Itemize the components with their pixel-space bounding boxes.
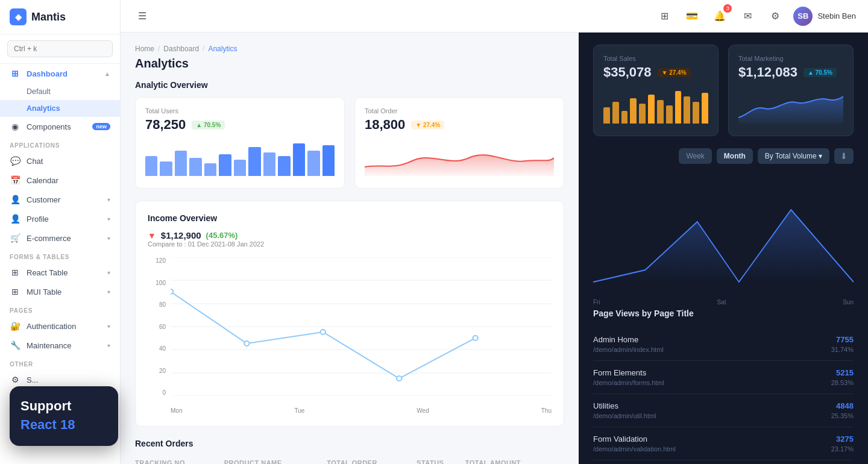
topbar-left: ☰ bbox=[133, 7, 647, 26]
components-label: Components bbox=[27, 122, 71, 131]
download-button[interactable]: ⬇ bbox=[834, 148, 854, 164]
pv-path-2: /demo/admin/forms.html bbox=[593, 379, 664, 386]
calendar-label: Calendar bbox=[27, 176, 58, 185]
profile-label: Profile bbox=[27, 215, 49, 224]
customer-label: Customer bbox=[27, 195, 60, 204]
page-view-item-3: Utilities 4848 /demo/admin/util.html 25.… bbox=[593, 394, 854, 427]
right-content-inner: Total Sales $35,078 ▼ 27.4% bbox=[593, 45, 854, 464]
sidebar-item-ecommerce[interactable]: 🛒 E-commerce ▾ bbox=[0, 228, 120, 248]
new-badge: new bbox=[92, 123, 110, 130]
total-users-card: Total Users 78,250 ▲ 70.5% bbox=[135, 97, 345, 189]
chevron-down-icon5: ▾ bbox=[107, 289, 110, 295]
sidebar-logo[interactable]: ◆ Mantis bbox=[0, 0, 120, 34]
section-label-other: Other bbox=[0, 355, 120, 370]
search-input[interactable] bbox=[7, 40, 113, 57]
breadcrumb-dashboard[interactable]: Dashboard bbox=[163, 45, 199, 53]
page-view-item-1: Admin Home 7755 /demo/admin/index.html 3… bbox=[593, 328, 854, 361]
sidebar-sub-analytics[interactable]: Analytics bbox=[0, 100, 120, 117]
chevron-down-icon2: ▾ bbox=[107, 216, 110, 222]
dark-line-chart: Fri Sat Sun bbox=[593, 174, 854, 294]
total-users-chart bbox=[145, 140, 335, 176]
svg-point-10 bbox=[397, 376, 401, 381]
income-info: ▼ $1,12,900 (45.67%) Compare to : 01 Dec… bbox=[148, 230, 264, 248]
react-table-icon: ⊞ bbox=[10, 268, 20, 277]
income-value: ▼ $1,12,900 (45.67%) bbox=[148, 230, 264, 240]
section-label-applications: Applications bbox=[0, 136, 120, 151]
breadcrumb-home[interactable]: Home bbox=[135, 45, 154, 53]
notification-button[interactable]: 🔔 bbox=[710, 7, 729, 26]
pv-title-3: Utilities bbox=[593, 401, 618, 410]
sidebar-item-chat[interactable]: 💬 Chat bbox=[0, 151, 120, 171]
pv-count-2: 5215 bbox=[836, 368, 854, 377]
page-views-title: Page Views by Page Title bbox=[593, 309, 854, 318]
page-view-item-5: Modals 3003 /demo/admin/modals.html 22.2… bbox=[593, 460, 854, 464]
total-order-badge: ▼ 27.4% bbox=[411, 121, 444, 130]
total-users-label: Total Users bbox=[145, 107, 335, 114]
page-title: Analytics bbox=[135, 57, 564, 71]
maintenance-label: Maintenance bbox=[27, 341, 71, 350]
total-order-chart bbox=[365, 140, 554, 176]
components-icon: ◉ bbox=[10, 122, 20, 131]
recent-orders-title: Recent Orders bbox=[135, 439, 564, 448]
sidebar-item-calendar[interactable]: 📅 Calendar bbox=[0, 171, 120, 190]
chat-icon: 💬 bbox=[10, 156, 20, 166]
total-marketing-card: Total Marketing $1,12,083 ▲ 70.5% bbox=[728, 45, 854, 136]
pv-count-3: 4848 bbox=[836, 401, 854, 410]
analytic-cards-light: Total Users 78,250 ▲ 70.5% bbox=[135, 97, 564, 189]
week-button[interactable]: Week bbox=[679, 148, 711, 164]
sidebar-item-react-table[interactable]: ⊞ React Table ▾ bbox=[0, 263, 120, 282]
ecommerce-icon: 🛒 bbox=[10, 233, 20, 243]
content-right: Total Sales $35,078 ▼ 27.4% bbox=[579, 33, 868, 464]
total-marketing-value: $1,12,083 ▲ 70.5% bbox=[738, 64, 843, 80]
total-order-card: Total Order 18,800 ▼ 27.4% bbox=[354, 97, 564, 189]
user-profile-button[interactable]: SB Stebin Ben bbox=[793, 7, 856, 26]
dashboard-icon: ⊞ bbox=[10, 69, 20, 78]
sidebar-item-components[interactable]: ◉ Components new bbox=[0, 117, 120, 136]
income-header: ▼ $1,12,900 (45.67%) Compare to : 01 Dec… bbox=[148, 230, 552, 248]
volume-button[interactable]: By Total Volume ▾ bbox=[758, 148, 829, 164]
settings-button[interactable]: ⚙ bbox=[766, 7, 785, 26]
logo-icon: ◆ bbox=[10, 8, 27, 25]
orders-table: TRACKING NO PRODUCT NAME TOTAL ORDER STA… bbox=[135, 454, 564, 464]
sidebar-item-authentication[interactable]: 🔐 Authentication ▾ bbox=[0, 316, 120, 336]
pv-path-1: /demo/admin/index.html bbox=[593, 346, 664, 353]
support-popup-title: Support bbox=[20, 398, 107, 414]
sidebar-item-customer[interactable]: 👤 Customer ▾ bbox=[0, 190, 120, 209]
chevron-down-icon6: ▾ bbox=[107, 323, 110, 330]
sidebar-item-mui-table[interactable]: ⊞ MUI Table ▾ bbox=[0, 282, 120, 301]
topbar-right: ⊞ 💳 🔔 ✉ ⚙ SB Stebin Ben bbox=[655, 7, 856, 26]
menu-toggle-button[interactable]: ☰ bbox=[133, 7, 152, 26]
sidebar-item-profile[interactable]: 👤 Profile ▾ bbox=[0, 209, 120, 228]
pv-pct-3: 25.35% bbox=[831, 412, 854, 419]
income-controls: Week Month By Total Volume ▾ ⬇ bbox=[593, 148, 854, 164]
svg-point-11 bbox=[473, 336, 477, 340]
settings-label: S... bbox=[27, 375, 39, 384]
pv-count-4: 3275 bbox=[836, 434, 854, 444]
total-marketing-label: Total Marketing bbox=[738, 55, 843, 62]
sidebar-sub-default[interactable]: Default bbox=[0, 83, 120, 100]
col-total-order: TOTAL ORDER bbox=[327, 454, 417, 464]
section-label-forms: Forms & Tables bbox=[0, 248, 120, 263]
mui-table-icon: ⊞ bbox=[10, 287, 20, 296]
chevron-down-icon7: ▾ bbox=[107, 342, 110, 349]
income-overview-card: Income Overview ▼ $1,12,900 (45.67%) Com… bbox=[135, 201, 564, 427]
auth-icon: 🔐 bbox=[10, 321, 20, 331]
grid-view-button[interactable]: ⊞ bbox=[655, 7, 674, 26]
wallet-button[interactable]: 💳 bbox=[682, 7, 702, 26]
breadcrumb-analytics: Analytics bbox=[208, 45, 237, 53]
total-sales-value: $35,078 ▼ 27.4% bbox=[603, 64, 708, 80]
pv-title-4: Form Validation bbox=[593, 434, 647, 444]
total-order-value: 18,800 ▼ 27.4% bbox=[365, 117, 554, 133]
sidebar-item-dashboard[interactable]: ⊞ Dashboard ▲ bbox=[0, 64, 120, 83]
month-button[interactable]: Month bbox=[717, 148, 753, 164]
pv-pct-2: 28.53% bbox=[831, 379, 854, 386]
maintenance-icon: 🔧 bbox=[10, 340, 20, 350]
breadcrumb: Home / Dashboard / Analytics bbox=[135, 45, 564, 53]
total-users-badge: ▲ 70.5% bbox=[192, 121, 225, 130]
total-sales-chart bbox=[603, 87, 708, 124]
mail-button[interactable]: ✉ bbox=[738, 7, 757, 26]
support-popup-subtitle: React 18 bbox=[20, 417, 107, 433]
sidebar-item-maintenance[interactable]: 🔧 Maintenance ▾ bbox=[0, 336, 120, 355]
support-react18-popup[interactable]: Support React 18 bbox=[10, 386, 118, 446]
analytic-overview-title: Analytic Overview bbox=[135, 80, 564, 90]
